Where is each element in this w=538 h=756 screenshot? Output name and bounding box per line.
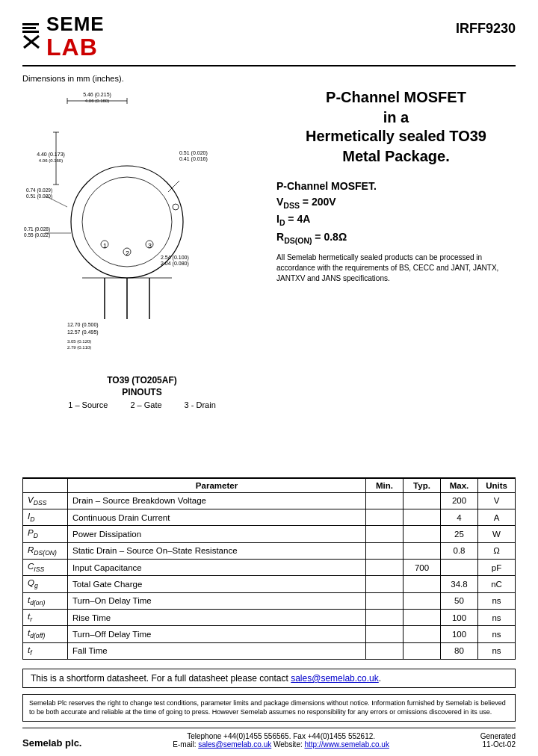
cell-units: W: [478, 526, 516, 542]
svg-text:0.41 (0.016): 0.41 (0.016): [179, 156, 208, 162]
svg-text:0.55 (0.022): 0.55 (0.022): [24, 232, 50, 238]
table-row: VDSSDrain – Source Breakdown Voltage200V: [23, 492, 516, 509]
device-title-line1: P-Channel MOSFET: [276, 89, 516, 106]
svg-text:0.71 (0.028): 0.71 (0.028): [24, 226, 50, 232]
cell-max: 200: [441, 492, 478, 509]
spec-vdss-row: VDSS = 200V: [276, 196, 516, 210]
cell-min: [366, 642, 404, 659]
col-header-typ: Typ.: [404, 478, 441, 493]
footer-website-link[interactable]: http://www.semelab.co.uk: [305, 740, 389, 749]
id-symbol: ID = 4A: [276, 213, 310, 225]
cell-max: 100: [441, 609, 478, 625]
cell-typ: [404, 642, 441, 659]
footer-contact: Telephone +44(0)1455 556565. Fax +44(0)1…: [81, 732, 480, 749]
device-title-line4: Metal Package.: [276, 148, 516, 165]
table-row: tfFall Time80ns: [23, 642, 516, 659]
cell-typ: [404, 576, 441, 592]
cell-typ: [404, 526, 441, 542]
cell-symbol: RDS(ON): [23, 542, 68, 559]
svg-text:3: 3: [148, 242, 152, 250]
legal-box: Semelab Plc reserves the right to change…: [22, 694, 516, 722]
cell-parameter: Continuous Drain Current: [68, 509, 366, 526]
logo-line-1: [22, 23, 39, 25]
svg-text:2.79 (0.110): 2.79 (0.110): [67, 345, 91, 350]
spec-type: P-Channel MOSFET.: [276, 180, 516, 192]
cell-parameter: Drain – Source Breakdown Voltage: [68, 492, 366, 509]
cell-units: ns: [478, 642, 516, 659]
cell-units: nC: [478, 576, 516, 592]
diagram-area: 5.46 (0.215) 4.06 (0.160) 4.40 (0.173) 4…: [22, 87, 247, 371]
footer-email-link[interactable]: sales@semelab.co.uk: [198, 740, 271, 749]
params-table: Parameter Min. Typ. Max. Units VDSSDrain…: [22, 477, 516, 660]
cell-parameter: Turn–On Delay Time: [68, 592, 366, 609]
cell-min: [366, 509, 404, 526]
table-row: td(on)Turn–On Delay Time50ns: [23, 592, 516, 609]
package-diagram: 5.46 (0.215) 4.06 (0.160) 4.40 (0.173) 4…: [22, 87, 247, 371]
table-row: td(off)Turn–Off Delay Time100ns: [23, 626, 516, 642]
left-panel: Dimensions in mm (inches). 5.46 (0.215) …: [22, 74, 262, 471]
main-content: Dimensions in mm (inches). 5.46 (0.215) …: [22, 74, 516, 471]
cell-min: [366, 526, 404, 542]
to39-label: TO39 (TO205AF): [22, 375, 262, 385]
header: SEME LAB IRFF9230: [22, 13, 516, 66]
cell-min: [366, 592, 404, 609]
cell-typ: [404, 542, 441, 559]
logo-icon: [22, 23, 40, 49]
cell-max: [441, 560, 478, 576]
cell-symbol: td(off): [23, 626, 68, 642]
vdss-symbol: VDSS = 200V: [276, 196, 336, 208]
col-header-parameter: Parameter: [68, 478, 366, 493]
pinouts-row: 1 – Source 2 – Gate 3 - Drain: [22, 400, 262, 409]
svg-text:12.57 (0.495): 12.57 (0.495): [67, 329, 99, 335]
dimensions-label: Dimensions in mm (inches).: [22, 74, 262, 83]
svg-text:4.40 (0.173): 4.40 (0.173): [37, 152, 65, 158]
generated-date: 11-Oct-02: [480, 740, 516, 749]
cell-units: pF: [478, 560, 516, 576]
table-row: CISSInput Capacitance700pF: [23, 560, 516, 576]
cell-units: ns: [478, 592, 516, 609]
footer-telephone: Telephone +44(0)1455 556565. Fax +44(0)1…: [81, 732, 480, 740]
cell-units: V: [478, 492, 516, 509]
footer-company: Semelab plc.: [22, 737, 81, 749]
cell-parameter: Input Capacitance: [68, 560, 366, 576]
table-row: PDPower Dissipation25W: [23, 526, 516, 542]
id-sub: D: [279, 218, 285, 227]
cell-parameter: Power Dissipation: [68, 526, 366, 542]
cell-symbol: tr: [23, 609, 68, 625]
cell-units: Ω: [478, 542, 516, 559]
logo-seme: SEME: [46, 13, 105, 35]
logo-text: SEME LAB: [46, 13, 105, 59]
col-header-max: Max.: [441, 478, 478, 493]
shortform-text: This is a shortform datasheet. For a ful…: [31, 673, 291, 684]
footer-bar: Semelab plc. Telephone +44(0)1455 556565…: [22, 728, 516, 749]
cell-symbol: PD: [23, 526, 68, 542]
cell-symbol: Qg: [23, 576, 68, 592]
pin-3-label: 3 - Drain: [185, 400, 216, 409]
right-panel: P-Channel MOSFET in a Hermetically seale…: [276, 74, 516, 471]
device-title-line3: Hermetically sealed TO39: [276, 128, 516, 145]
shortform-link[interactable]: sales@semelab.co.uk: [291, 673, 379, 684]
cell-symbol: CISS: [23, 560, 68, 576]
cell-max: 34.8: [441, 576, 478, 592]
rds-sub: DS(ON): [284, 236, 312, 245]
pin-2-label: 2 – Gate: [130, 400, 161, 409]
svg-point-23: [173, 204, 179, 210]
page: SEME LAB IRFF9230 Dimensions in mm (inch…: [0, 0, 538, 756]
footer-email-label: E-mail:: [173, 740, 198, 749]
cell-typ: 700: [404, 560, 441, 576]
cell-symbol: ID: [23, 509, 68, 526]
cell-symbol: VDSS: [23, 492, 68, 509]
logo-lines: [22, 23, 40, 33]
cell-typ: [404, 509, 441, 526]
footer-website-label: Website:: [273, 740, 305, 749]
logo-line-2: [22, 27, 36, 29]
svg-text:3.05 (0.120): 3.05 (0.120): [67, 339, 91, 344]
svg-text:1: 1: [103, 242, 107, 250]
svg-text:12.70 (0.500): 12.70 (0.500): [67, 322, 99, 328]
spec-block: P-Channel MOSFET. VDSS = 200V ID = 4A RD…: [276, 180, 516, 245]
cell-max: 25: [441, 526, 478, 542]
spec-rds-row: RDS(ON) = 0.8Ω: [276, 231, 516, 245]
cell-min: [366, 609, 404, 625]
cell-symbol: tf: [23, 642, 68, 659]
generated-label: Generated: [480, 732, 516, 740]
